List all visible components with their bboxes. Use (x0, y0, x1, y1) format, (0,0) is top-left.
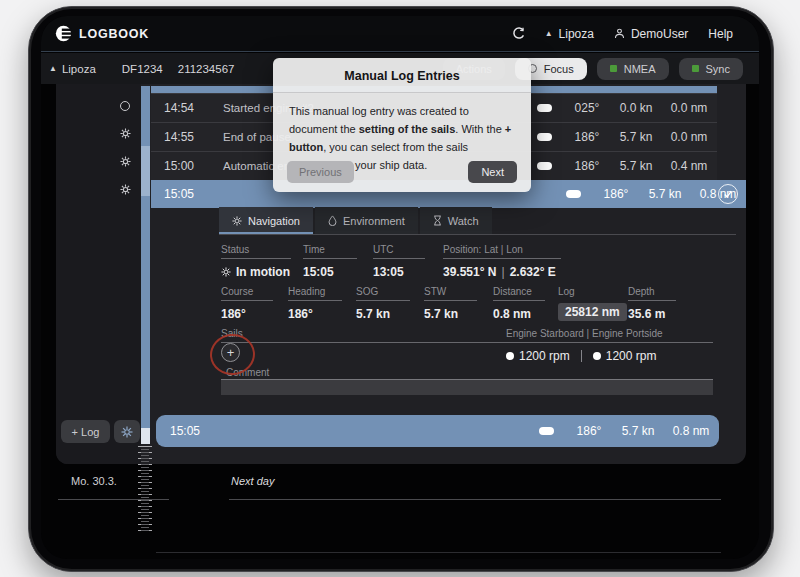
row-toggle[interactable] (537, 162, 552, 170)
row-toggle[interactable] (566, 190, 581, 198)
detail-tab-bar: Navigation Environment Watch (219, 207, 736, 235)
entry-type-sidebar: + Log (56, 84, 141, 464)
ship-name: Lipoza (62, 63, 96, 75)
field-heading: Heading 186° (288, 286, 342, 321)
log-value-input[interactable]: 25812 nm (558, 303, 627, 321)
vessel-name: Lipoza (559, 27, 594, 41)
sail-icon: ▲ (49, 64, 57, 73)
date-label: Mo. 30.3. (71, 475, 117, 487)
row-course: 025° (563, 101, 611, 115)
timeline-scrollbar[interactable] (141, 86, 150, 444)
row-course: 186° (563, 159, 611, 173)
nmea-status-button[interactable]: NMEA (597, 58, 669, 80)
logbook-logo-icon (55, 25, 72, 42)
row-speed: 0.0 kn (611, 101, 661, 115)
engine-starboard-indicator[interactable] (506, 352, 514, 360)
tab-watch[interactable]: Watch (420, 207, 492, 234)
field-depth: Depth 35.6 m (628, 286, 676, 321)
row-time: 15:00 (151, 159, 207, 173)
field-status: Status In motion (221, 244, 291, 279)
user-name: DemoUser (631, 27, 688, 41)
droplet-icon (328, 215, 337, 226)
manual-entry-icon (120, 101, 130, 111)
field-sails: Sails (221, 328, 506, 349)
previous-button[interactable]: Previous (287, 161, 354, 183)
modal-title: Manual Log Entries (273, 58, 531, 92)
top-bar: LOGBOOK ▲ Lipoza DemoUser Help (41, 16, 759, 52)
row-time: 14:55 (151, 130, 207, 144)
row-course: 186° (592, 187, 640, 201)
field-position: Position: Lat | Lon 39.551° N|2.632° E (443, 244, 561, 279)
row-toggle[interactable] (537, 133, 552, 141)
sync-status-dot (692, 65, 699, 72)
help-link[interactable]: Help (708, 27, 733, 41)
row-distance: 0.8 nm (663, 424, 719, 438)
sync-status-button[interactable]: Sync (679, 58, 743, 80)
next-day-label: Next day (231, 475, 274, 487)
field-log: Log 25812 nm (558, 286, 612, 321)
field-time: Time 15:05 (303, 244, 357, 279)
bottom-log-row-selected[interactable]: 15:05 186° 5.7 kn 0.8 nm (156, 415, 719, 447)
field-course: Course 186° (221, 286, 273, 321)
row-toggle[interactable] (537, 104, 552, 112)
app-screen: LOGBOOK ▲ Lipoza DemoUser Help ▲ Lipoza … (41, 16, 759, 559)
person-icon (614, 28, 625, 39)
sail-icon: ▲ (545, 29, 553, 38)
engine-portside-indicator[interactable] (593, 352, 601, 360)
tutorial-modal: Manual Log Entries This manual log entry… (273, 58, 531, 192)
scrollbar-thumb[interactable] (141, 146, 150, 196)
row-speed: 5.7 kn (611, 159, 661, 173)
refresh-icon[interactable] (512, 27, 525, 40)
field-utc: UTC 13:05 (373, 244, 425, 279)
gear-icon (221, 267, 231, 277)
field-engines: Engine Starboard | Engine Portside 1200 … (506, 328, 713, 363)
ship-identity: ▲ Lipoza DF1234 211234567 (49, 63, 234, 75)
row-distance: 0.0 nm (661, 101, 717, 115)
day-separator-line (58, 499, 169, 500)
app-logo: LOGBOOK (55, 25, 149, 42)
row-distance: 0.4 nm (661, 159, 717, 173)
row-speed: 5.7 kn (611, 130, 661, 144)
timeline-ruler-ticks (141, 449, 149, 531)
nmea-status-dot (610, 65, 617, 72)
row-time: 14:54 (151, 101, 207, 115)
auto-entry-gear-icon (120, 156, 131, 167)
row-time: 15:05 (156, 424, 200, 438)
next-button[interactable]: Next (468, 161, 517, 183)
row-course: 186° (565, 424, 613, 438)
day-separator-line (156, 552, 721, 553)
row-distance: 0.0 nm (661, 130, 717, 144)
settings-gear-button[interactable] (114, 420, 140, 443)
row-course: 186° (563, 130, 611, 144)
row-toggle[interactable] (539, 427, 554, 435)
field-sog: SOG 5.7 kn (356, 286, 410, 321)
vessel-menu[interactable]: ▲ Lipoza (545, 27, 594, 41)
auto-entry-gear-icon (120, 184, 131, 195)
confirm-check-button[interactable] (718, 184, 738, 204)
user-menu[interactable]: DemoUser (614, 27, 688, 41)
row-speed: 5.7 kn (613, 424, 663, 438)
app-title: LOGBOOK (79, 27, 149, 41)
tab-navigation[interactable]: Navigation (219, 207, 313, 234)
day-separator-line (229, 499, 721, 500)
field-distance: Distance 0.8 nm (493, 286, 545, 321)
ship-mmsi: 211234567 (178, 63, 235, 75)
field-stw: STW 5.7 kn (424, 286, 477, 321)
gear-icon (121, 426, 133, 438)
gear-icon (232, 216, 242, 226)
row-time: 15:05 (151, 187, 207, 201)
hourglass-icon (433, 215, 442, 226)
comment-input[interactable] (221, 379, 713, 395)
auto-entry-gear-icon (120, 128, 131, 139)
row-speed: 5.7 kn (640, 187, 690, 201)
tab-environment[interactable]: Environment (315, 207, 418, 234)
check-icon (723, 189, 733, 199)
add-log-button[interactable]: + Log (61, 420, 110, 443)
ship-registration: DF1234 (122, 63, 163, 75)
tablet-frame: LOGBOOK ▲ Lipoza DemoUser Help ▲ Lipoza … (28, 6, 774, 572)
